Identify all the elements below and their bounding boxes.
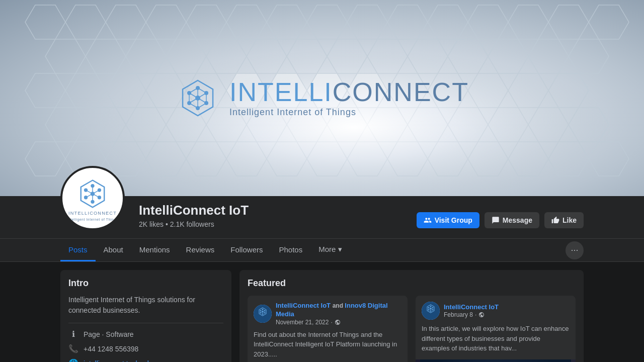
- svg-line-92: [189, 88, 198, 93]
- tab-followers[interactable]: Followers: [222, 239, 271, 261]
- info-icon: ℹ: [68, 329, 78, 339]
- intro-divider: [68, 323, 223, 323]
- svg-line-89: [198, 103, 206, 108]
- profile-name: IntelliConnect IoT: [139, 203, 407, 218]
- svg-point-112: [262, 309, 264, 310]
- post-2-avatar: [422, 302, 440, 320]
- svg-point-117: [260, 310, 262, 311]
- like-label: Like: [562, 216, 577, 224]
- post-2-date: February 8 ·: [444, 311, 570, 318]
- avatar-logo: INTELLICONNECT Intelligent Internet of T…: [65, 170, 120, 226]
- intro-phone-text: +44 1248 556398: [84, 345, 138, 353]
- tab-photos[interactable]: Photos: [271, 239, 310, 261]
- group-icon: [424, 216, 432, 224]
- svg-point-118: [262, 311, 264, 313]
- intro-category: ℹ Page · Software: [68, 329, 223, 339]
- tab-posts[interactable]: Posts: [60, 239, 96, 261]
- post-2-author-name: IntelliConnect IoT: [444, 303, 570, 312]
- post-1-date: November 21, 2022 ·: [276, 319, 401, 326]
- post-2-author-info: IntelliConnect IoT February 8 ·: [444, 303, 570, 319]
- post-2-author-row: IntelliConnect IoT February 8 ·: [422, 302, 570, 320]
- post-2-image: [416, 359, 576, 363]
- brand-light: CONNECT: [333, 77, 469, 107]
- svg-text:Intelligent Internet of Things: Intelligent Internet of Things: [67, 218, 118, 222]
- brand-bold: INTELLI: [229, 77, 333, 107]
- intro-website: 🌐 intelliconnect.technology: [68, 358, 223, 362]
- visit-group-label: Visit Group: [435, 216, 472, 224]
- globe-small-icon-2: [478, 312, 485, 318]
- svg-rect-128: [420, 359, 571, 363]
- intro-category-text: Page · Software: [84, 330, 134, 338]
- main-content: Intro Intelligent Internet of Things sol…: [0, 262, 644, 362]
- cover-logo-area: INTELLICONNECT Intelligent Internet of T…: [175, 75, 469, 121]
- cover-logo-icon: [175, 75, 220, 121]
- intro-title: Intro: [68, 278, 223, 289]
- svg-line-82: [198, 93, 206, 98]
- post-1-author-name: IntelliConnect IoT and Innov8 Digital Me…: [276, 302, 401, 319]
- svg-line-90: [189, 103, 198, 108]
- svg-line-86: [189, 93, 198, 98]
- intro-description: Intelligent Internet of Things solutions…: [68, 295, 223, 316]
- featured-card: Featured: [239, 270, 584, 362]
- profile-info: IntelliConnect IoT 2K likes • 2.1K follo…: [135, 203, 407, 230]
- svg-point-116: [260, 312, 262, 313]
- post-1-and: and: [333, 302, 345, 309]
- svg-point-126: [428, 307, 430, 309]
- post-1-author-info: IntelliConnect IoT and Innov8 Digital Me…: [276, 302, 401, 326]
- tab-mentions[interactable]: Mentions: [131, 239, 178, 261]
- message-label: Message: [503, 216, 532, 224]
- featured-title: Featured: [248, 278, 576, 289]
- featured-posts: IntelliConnect IoT and Innov8 Digital Me…: [248, 296, 576, 362]
- svg-line-83: [198, 98, 206, 103]
- svg-point-113: [264, 310, 266, 311]
- svg-point-122: [432, 307, 434, 309]
- svg-point-114: [264, 312, 266, 313]
- globe-icon: 🌐: [68, 358, 78, 362]
- avatar: INTELLICONNECT Intelligent Internet of T…: [60, 166, 125, 230]
- nav-tabs: Posts About Mentions Reviews Followers P…: [0, 239, 644, 262]
- like-button[interactable]: Like: [544, 212, 584, 228]
- svg-point-115: [262, 313, 264, 315]
- profile-avatar-wrapper: INTELLICONNECT Intelligent Internet of T…: [60, 166, 125, 230]
- featured-post-2: IntelliConnect IoT February 8 · In t: [416, 296, 576, 362]
- globe-small-icon: [335, 319, 341, 325]
- cover-text-block: INTELLICONNECT Intelligent Internet of T…: [229, 79, 469, 118]
- message-button[interactable]: Message: [485, 212, 539, 228]
- visit-group-button[interactable]: Visit Group: [417, 212, 479, 228]
- cover-tagline: Intelligent Internet of Things: [229, 107, 356, 118]
- page-wrapper: INTELLICONNECT Intelligent Internet of T…: [0, 0, 644, 362]
- right-panel: Featured: [239, 270, 584, 362]
- tab-more[interactable]: More ▾: [310, 239, 350, 261]
- nav-options-button[interactable]: ···: [566, 241, 584, 259]
- profile-actions: Visit Group Message Like: [417, 212, 584, 230]
- featured-post-1: IntelliConnect IoT and Innov8 Digital Me…: [248, 296, 408, 362]
- svg-line-87: [198, 88, 206, 93]
- svg-point-121: [430, 306, 432, 307]
- tab-reviews[interactable]: Reviews: [178, 239, 223, 261]
- post-2-author-link[interactable]: IntelliConnect IoT: [444, 303, 499, 311]
- svg-point-127: [430, 308, 432, 310]
- left-panel: Intro Intelligent Internet of Things sol…: [60, 270, 231, 362]
- phone-icon: 📞: [68, 344, 78, 353]
- svg-line-85: [189, 98, 198, 103]
- intro-phone: 📞 +44 1248 556398: [68, 344, 223, 353]
- svg-point-123: [432, 309, 434, 311]
- profile-section: INTELLICONNECT Intelligent Internet of T…: [0, 196, 644, 239]
- post-1-author-link[interactable]: IntelliConnect IoT: [276, 302, 331, 309]
- post-1-author-row: IntelliConnect IoT and Innov8 Digital Me…: [254, 302, 401, 326]
- svg-point-124: [430, 310, 432, 312]
- like-icon: [551, 216, 559, 224]
- intro-website-link[interactable]: intelliconnect.technology: [84, 359, 160, 363]
- tab-about[interactable]: About: [96, 239, 131, 261]
- svg-text:INTELLICONNECT: INTELLICONNECT: [68, 211, 117, 216]
- post-2-image-svg: [416, 359, 576, 363]
- post-1-avatar: [254, 305, 272, 323]
- intro-card: Intro Intelligent Internet of Things sol…: [60, 270, 231, 362]
- svg-point-125: [428, 309, 430, 311]
- post-2-content: In this article, we will explore how IoT…: [422, 324, 570, 353]
- post-1-content: Find out about the Internet of Things an…: [254, 330, 401, 359]
- message-icon: [492, 216, 500, 224]
- cover-brand-name: INTELLICONNECT: [229, 79, 469, 105]
- profile-stats: 2K likes • 2.1K followers: [139, 220, 407, 228]
